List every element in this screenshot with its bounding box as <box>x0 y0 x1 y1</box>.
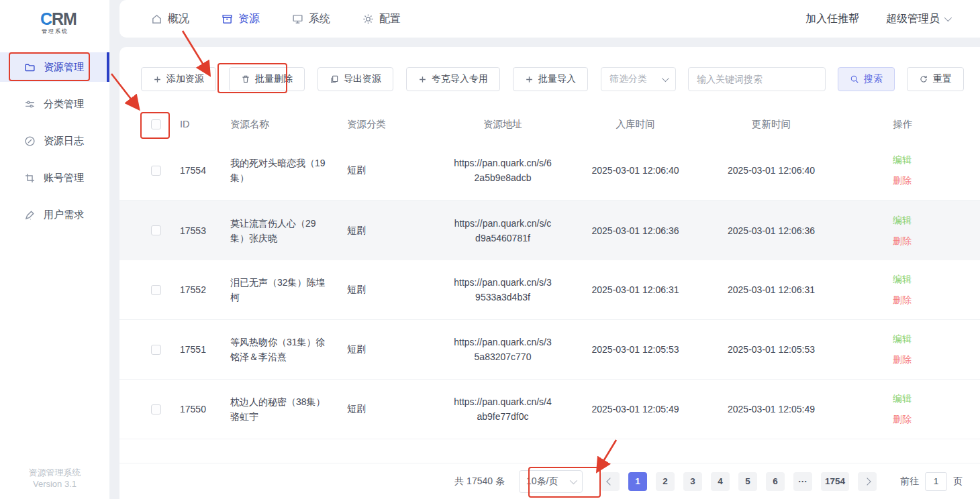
cell-url: https://pan.quark.cn/s/cd9a5460781f <box>436 216 570 245</box>
pen-icon <box>24 209 36 221</box>
edit-link[interactable]: 编辑 <box>893 210 912 231</box>
crop-icon <box>24 172 36 184</box>
user-menu[interactable]: 超级管理员 <box>886 12 950 26</box>
page-button-4[interactable]: 4 <box>711 472 730 491</box>
chevron-left-icon <box>606 478 614 485</box>
delete-link[interactable]: 删除 <box>893 290 912 311</box>
page-button-3[interactable]: 3 <box>683 472 702 491</box>
edit-link[interactable]: 编辑 <box>893 329 912 349</box>
filter-group: 筛选分类 搜索 重置 <box>601 67 964 91</box>
cell-created: 2025-03-01 12:06:31 <box>570 284 701 295</box>
delete-link[interactable]: 删除 <box>893 409 912 430</box>
keyword-search-input[interactable] <box>688 67 826 91</box>
page-button-5[interactable]: 5 <box>738 472 757 491</box>
cell-id: 17551 <box>169 344 223 355</box>
cell-name: 我的死对头暗恋我（19集） <box>223 156 340 185</box>
row-checkbox[interactable] <box>151 166 161 176</box>
next-page-button[interactable] <box>858 472 877 491</box>
sidebar-item-label: 账号管理 <box>44 172 84 184</box>
copy-icon <box>330 74 339 84</box>
edit-link[interactable]: 编辑 <box>893 269 912 290</box>
cell-updated: 2025-03-01 12:05:49 <box>701 404 842 414</box>
cell-category: 短剧 <box>340 225 436 237</box>
cell-url: https://pan.quark.cn/s/4ab9fe77df0c <box>436 394 570 424</box>
batch-import-button[interactable]: 批量导入 <box>513 67 588 91</box>
page-button-2[interactable]: 2 <box>656 472 675 491</box>
plus-icon <box>153 75 162 84</box>
pagination-bar: 共 17540 条 10条/页 1 2 3 4 5 6 ··· 1754 前往 … <box>119 463 980 499</box>
select-all-checkbox[interactable] <box>151 119 161 129</box>
add-resource-button[interactable]: 添加资源 <box>141 67 216 91</box>
cell-name: 枕边人的秘密（38集）骆虹宇 <box>223 394 340 424</box>
table-row: 17550 枕边人的秘密（38集）骆虹宇 短剧 https://pan.quar… <box>119 380 980 439</box>
cell-updated: 2025-03-01 12:06:40 <box>701 165 842 176</box>
category-filter-select[interactable]: 筛选分类 <box>601 67 676 91</box>
plus-icon <box>418 75 427 84</box>
cell-updated: 2025-03-01 12:05:53 <box>701 344 842 355</box>
sidebar-item-label: 分类管理 <box>44 98 84 111</box>
goto-page-input[interactable] <box>925 472 947 491</box>
col-updated: 更新时间 <box>701 118 842 131</box>
edit-link[interactable]: 编辑 <box>893 388 912 409</box>
page-button-1[interactable]: 1 <box>628 472 647 491</box>
page-button-last[interactable]: 1754 <box>821 472 849 491</box>
col-name: 资源名称 <box>223 118 340 131</box>
sidebar-item-user-requests[interactable]: 用户需求 <box>0 200 109 229</box>
row-checkbox[interactable] <box>151 225 161 235</box>
cell-id: 17550 <box>169 404 223 414</box>
sidebar-item-account-management[interactable]: 账号管理 <box>0 163 109 192</box>
sidebar-nav: 资源管理 分类管理 资源日志 账号管理 用户需求 <box>0 52 109 229</box>
join-promotion-link[interactable]: 加入任推帮 <box>805 12 859 26</box>
edit-link[interactable]: 编辑 <box>893 150 912 170</box>
batch-delete-button[interactable]: 批量删除 <box>229 67 305 91</box>
tab-label: 配置 <box>379 12 401 26</box>
cell-url: https://pan.quark.cn/s/35a83207c770 <box>436 335 570 364</box>
tab-label: 资源 <box>238 12 260 26</box>
table-row: 17551 等风热吻你（31集）徐铭泽＆李沿熹 短剧 https://pan.q… <box>119 320 980 380</box>
cell-id: 17552 <box>169 284 223 295</box>
toolbar: 添加资源 批量删除 导出资源 夸克导入专用 批量导入 筛选分类 搜索 <box>119 47 980 91</box>
folder-icon <box>24 62 36 73</box>
search-button[interactable]: 搜索 <box>838 67 895 91</box>
page-ellipsis[interactable]: ··· <box>793 472 812 491</box>
top-header: 概况 资源 系统 配置 加入任推帮 超级管理员 <box>119 0 980 38</box>
delete-link[interactable]: 删除 <box>893 349 912 370</box>
tab-settings[interactable]: 配置 <box>362 12 401 26</box>
table-header: ID 资源名称 资源分类 资源地址 入库时间 更新时间 操作 <box>119 107 980 141</box>
sliders-icon <box>24 99 36 110</box>
home-icon <box>151 13 162 25</box>
col-url: 资源地址 <box>436 118 570 131</box>
quark-import-button[interactable]: 夸克导入专用 <box>406 67 500 91</box>
reset-button[interactable]: 重置 <box>907 67 964 91</box>
sidebar-item-resource-log[interactable]: 资源日志 <box>0 126 109 156</box>
col-category: 资源分类 <box>340 118 436 131</box>
row-checkbox[interactable] <box>151 404 161 414</box>
page-size-select[interactable]: 10条/页 <box>519 470 583 493</box>
cell-created: 2025-03-01 12:05:53 <box>570 344 701 355</box>
gear-icon <box>362 13 374 25</box>
cell-id: 17553 <box>169 225 223 236</box>
sidebar-item-category-management[interactable]: 分类管理 <box>0 89 109 119</box>
page-button-6[interactable]: 6 <box>766 472 785 491</box>
tab-label: 系统 <box>309 12 330 26</box>
sidebar-item-resource-management[interactable]: 资源管理 <box>0 52 109 82</box>
app-logo: CRM 管理系统 <box>0 0 109 47</box>
delete-link[interactable]: 删除 <box>893 231 912 252</box>
cell-id: 17554 <box>169 165 223 176</box>
row-checkbox[interactable] <box>151 285 161 295</box>
logo-letters-rm: RM <box>52 9 77 28</box>
prev-page-button[interactable] <box>601 472 620 491</box>
delete-link[interactable]: 删除 <box>893 170 912 191</box>
sidebar-footer: 资源管理系统 Version 3.1 <box>0 467 109 490</box>
export-resource-button[interactable]: 导出资源 <box>317 67 393 91</box>
tab-overview[interactable]: 概况 <box>151 12 189 26</box>
goto-suffix: 页 <box>953 476 963 488</box>
cell-created: 2025-03-01 12:06:36 <box>570 225 701 236</box>
logo-letter-c: C <box>40 9 52 28</box>
tab-resources[interactable]: 资源 <box>222 12 260 26</box>
plus-icon <box>525 75 534 84</box>
cell-updated: 2025-03-01 12:06:31 <box>701 284 842 295</box>
tab-system[interactable]: 系统 <box>292 12 330 26</box>
row-checkbox[interactable] <box>151 345 161 355</box>
user-name: 超级管理员 <box>886 12 940 26</box>
